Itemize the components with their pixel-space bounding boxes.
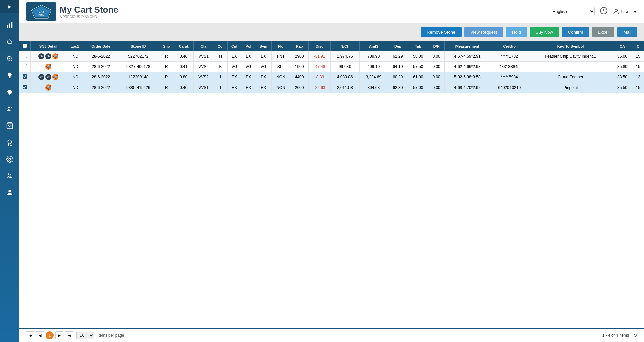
confirm-button[interactable]: Confirm (562, 27, 589, 37)
sidebar-item-bulb[interactable] (0, 67, 19, 84)
cell-ca: 35.50 (612, 82, 632, 93)
sidebar-item-cart[interactable] (0, 117, 19, 134)
cell-order_date: 28-6-2022 (84, 82, 118, 93)
cell-key_to_symbol (529, 62, 612, 72)
cell-ca: 36.00 (612, 51, 632, 62)
prev-page-btn[interactable]: ◀ (36, 331, 44, 339)
sidebar-item-group[interactable] (0, 168, 19, 184)
tagline: A PRECIOUS DIAMOND (60, 15, 118, 19)
sidebar-toggle[interactable]: ▶ (0, 0, 19, 13)
row-3-checkbox[interactable] (23, 85, 27, 89)
cell-shp: R (159, 51, 174, 62)
first-page-btn[interactable]: ⏮ (26, 331, 34, 339)
cell-rap: 2600 (290, 82, 309, 93)
col-pol: Pol (241, 41, 255, 51)
refresh-icon[interactable]: ↻ (633, 333, 637, 338)
cell-amt: 409.10 (359, 62, 388, 72)
person-icon[interactable]: 🚀 (52, 74, 58, 80)
table-container: SNJ Detail Loc1 Order Date Stone ID Shp … (19, 41, 644, 328)
cell-stone_id: 9385-415426 (118, 82, 159, 93)
sidebar-item-diamond[interactable] (0, 84, 19, 101)
cell-per_ct: 2,011.58 (331, 82, 360, 93)
svg-point-16 (10, 174, 11, 176)
svg-point-17 (8, 190, 11, 192)
row-detail-cell: 🚀 (31, 82, 66, 93)
cell-measurement: 5.92-5.98*3.58 (445, 72, 490, 82)
cell-cut: EX (227, 72, 241, 82)
page-1-btn[interactable]: 1 (46, 331, 54, 339)
sidebar-item-people[interactable] (0, 101, 19, 117)
cell-dep: 64.10 (388, 62, 408, 72)
cell-carat: 0.80 (174, 72, 193, 82)
col-snj-detail: SNJ Detail (31, 41, 66, 51)
buy-now-button[interactable]: Buy Now (530, 27, 559, 37)
row-checkbox-cell (19, 82, 31, 93)
svg-rect-1 (9, 23, 10, 28)
cell-cert_no: 483188845 (490, 62, 529, 72)
person-icon[interactable]: 🚀 (45, 64, 51, 70)
cell-flo: FNT (272, 51, 290, 62)
sidebar-item-award[interactable] (0, 134, 19, 151)
eye-icon[interactable]: 👁 (38, 74, 44, 80)
toolbar: Remove Stone View Request Hold Buy Now C… (19, 23, 644, 41)
col-cla: Cla (193, 41, 214, 51)
next-page-btn[interactable]: ▶ (55, 331, 63, 339)
eye-icon[interactable]: 👁 (38, 53, 44, 59)
col-dr: D/R (428, 41, 445, 51)
svg-rect-2 (11, 22, 13, 28)
info-icon[interactable] (600, 7, 608, 16)
cell-rap: 1900 (290, 62, 309, 72)
cell-cla: VVS1 (193, 51, 214, 62)
header: SNJ DIAM My Cart Stone A PRECIOUS DIAMON… (19, 0, 644, 23)
sidebar-item-person[interactable] (0, 184, 19, 201)
cell-pol: EX (241, 51, 255, 62)
cell-tab: 57.50 (408, 62, 428, 72)
cell-pol: EX (241, 72, 255, 82)
person-icon[interactable]: 🚀 (52, 53, 58, 59)
cell-ca: 33.50 (612, 72, 632, 82)
person-icon[interactable]: 🚀 (45, 84, 51, 91)
cell-stone_id: 522702172 (118, 51, 159, 62)
table-row: 🚀IND28-6-20229327-409178R0.41VVS2KVGVGVG… (19, 62, 644, 72)
cell-c: 15 (632, 62, 644, 72)
col-order-date: Order Date (84, 41, 118, 51)
sidebar-item-settings[interactable] (0, 151, 19, 168)
svg-point-3 (7, 40, 11, 44)
cell-cut: VG (227, 62, 241, 72)
cell-shp: R (159, 72, 174, 82)
cell-sym: VG (255, 62, 271, 72)
select-all-checkbox[interactable] (23, 44, 27, 48)
cell-sym: EX (255, 72, 271, 82)
remove-stone-button[interactable]: Remove Stone (421, 27, 462, 37)
svg-point-15 (8, 173, 10, 175)
items-per-page-label: items per page (98, 333, 124, 338)
col-key-to-symbol: Key To Symbol (529, 41, 612, 51)
sidebar-item-search[interactable] (0, 34, 19, 50)
view-request-button[interactable]: View Request (464, 27, 503, 37)
row-0-checkbox[interactable] (23, 54, 27, 58)
cell-key_to_symbol: Pinpoint (529, 82, 612, 93)
eye-icon[interactable]: 👁 (45, 74, 51, 80)
hold-button[interactable]: Hold (506, 27, 527, 37)
user-button[interactable]: User ▼ (613, 8, 637, 15)
user-label: User (621, 9, 631, 14)
mail-button[interactable]: Mail (617, 27, 637, 37)
sidebar-item-chart[interactable] (0, 17, 19, 34)
last-page-btn[interactable]: ⏭ (65, 331, 73, 339)
eye-icon[interactable]: 👁 (45, 53, 51, 59)
row-1-checkbox[interactable] (23, 64, 27, 68)
cell-flo: NON (272, 72, 290, 82)
table-header-row: SNJ Detail Loc1 Order Date Stone ID Shp … (19, 41, 644, 51)
items-per-page-select[interactable]: 25 50 100 (76, 332, 94, 339)
cell-cert_no: *****6984 (490, 72, 529, 82)
language-select[interactable]: English Hindi Gujarati (548, 7, 595, 16)
row-2-checkbox[interactable] (23, 74, 27, 79)
svg-point-13 (8, 140, 12, 144)
cell-loc: IND (66, 82, 84, 93)
cell-loc: IND (66, 51, 84, 62)
col-checkbox (19, 41, 31, 51)
col-c: C (632, 41, 644, 51)
svg-rect-8 (9, 77, 11, 78)
sidebar-item-search2[interactable] (0, 50, 19, 67)
excel-button[interactable]: Excel (592, 27, 614, 37)
